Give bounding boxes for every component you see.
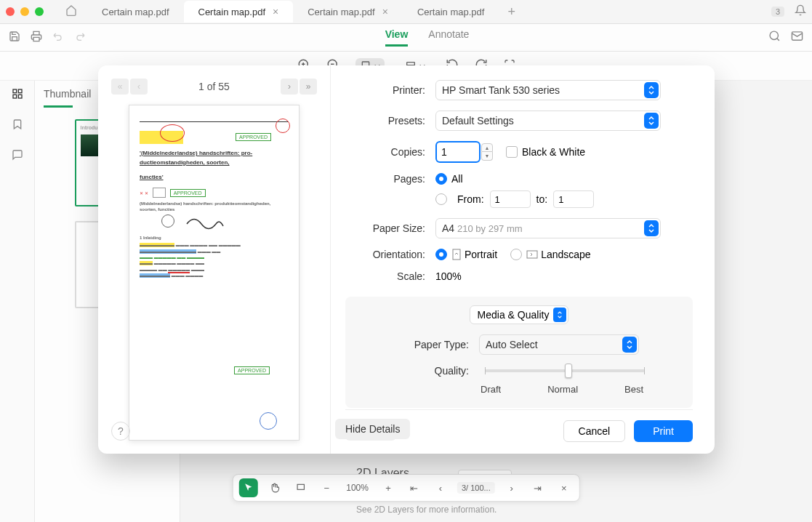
copies-stepper: ▲ ▼ bbox=[481, 143, 493, 161]
comment-icon[interactable] bbox=[12, 149, 23, 164]
chevron-updown-icon bbox=[553, 308, 566, 322]
svg-rect-8 bbox=[13, 95, 17, 98]
copies-input[interactable] bbox=[435, 141, 481, 163]
papersize-select[interactable]: A4 210 by 297 mm bbox=[435, 218, 661, 238]
notification-count[interactable]: 3 bbox=[771, 7, 784, 17]
first-page-button[interactable]: ⇤ bbox=[405, 478, 424, 497]
print-options-panel: Printer: HP Smart Tank 530 series Preset… bbox=[331, 65, 715, 454]
svg-rect-10 bbox=[297, 484, 304, 489]
orientation-label: Orientation: bbox=[345, 249, 425, 260]
tab-label: Certain map.pdf bbox=[198, 7, 266, 17]
pages-label: Pages: bbox=[345, 173, 425, 185]
tab-bar: Certain map.pdf Certain map.pdf× Certain… bbox=[87, 0, 771, 23]
from-input[interactable] bbox=[490, 190, 531, 208]
zoom-level[interactable]: 100% bbox=[343, 483, 371, 493]
close-window-button[interactable] bbox=[6, 7, 15, 16]
landscape-label: Landscape bbox=[541, 249, 591, 260]
print-dialog: « ‹ 1 of 55 › » APPROVED '(Middelnederla… bbox=[98, 65, 715, 454]
svg-rect-11 bbox=[453, 249, 460, 260]
bookmark-icon[interactable] bbox=[12, 119, 23, 133]
bottom-toolbar: − 100% + ⇤ ‹ 3/ 100... › ⇥ × bbox=[232, 474, 579, 502]
bell-icon[interactable] bbox=[795, 4, 806, 19]
stepper-down[interactable]: ▼ bbox=[481, 152, 493, 161]
quality-draft: Draft bbox=[481, 384, 501, 395]
all-label: All bbox=[451, 173, 463, 185]
scale-value: 100% bbox=[435, 270, 462, 282]
print-icon[interactable] bbox=[31, 31, 42, 45]
zoom-in-button[interactable]: + bbox=[379, 478, 398, 497]
portrait-label: Portrait bbox=[465, 249, 497, 260]
landscape-icon bbox=[526, 249, 538, 260]
undo-icon[interactable] bbox=[52, 31, 64, 45]
quality-best: Best bbox=[624, 384, 643, 395]
next-page-icon[interactable]: › bbox=[281, 79, 298, 95]
cancel-button[interactable]: Cancel bbox=[563, 420, 626, 442]
preview-nav: « ‹ 1 of 55 › » bbox=[111, 79, 317, 95]
pages-range-radio[interactable] bbox=[435, 193, 447, 205]
portrait-radio[interactable] bbox=[435, 249, 447, 260]
presets-select[interactable]: Default Settings bbox=[435, 111, 661, 131]
help-button[interactable]: ? bbox=[111, 422, 130, 441]
from-label: From: bbox=[457, 193, 484, 205]
hand-tool[interactable] bbox=[265, 478, 284, 497]
next-page-button[interactable]: › bbox=[502, 478, 521, 497]
prev-page-button[interactable]: ‹ bbox=[431, 478, 450, 497]
bw-label: Black & White bbox=[522, 146, 585, 158]
papertype-label: Paper Type: bbox=[360, 339, 469, 350]
svg-point-0 bbox=[770, 31, 778, 39]
quality-label: Quality: bbox=[360, 365, 469, 377]
tab-label: Certain map.pdf bbox=[307, 7, 375, 17]
last-page-icon[interactable]: » bbox=[300, 79, 317, 95]
papertype-select[interactable]: Auto Select bbox=[479, 334, 639, 355]
layers-info: See 2D Layers for more information. bbox=[356, 505, 497, 515]
maximize-window-button[interactable] bbox=[35, 7, 44, 16]
page-view-dropdown[interactable] bbox=[291, 478, 310, 497]
add-tab-button[interactable]: + bbox=[499, 4, 524, 20]
zoom-out-button[interactable]: − bbox=[317, 478, 336, 497]
hide-details-button[interactable]: Hide Details bbox=[335, 419, 410, 439]
pages-all-radio[interactable] bbox=[435, 173, 447, 185]
printer-select[interactable]: HP Smart Tank 530 series bbox=[435, 80, 661, 100]
print-preview-panel: « ‹ 1 of 55 › » APPROVED '(Middelnederla… bbox=[98, 65, 331, 454]
quality-slider[interactable] bbox=[485, 369, 645, 372]
scale-label: Scale: bbox=[345, 270, 425, 282]
tab-view[interactable]: View bbox=[385, 28, 409, 47]
tab-label: Certain map.pdf bbox=[102, 7, 169, 17]
home-icon[interactable] bbox=[65, 4, 77, 19]
cursor-tool[interactable] bbox=[238, 478, 257, 497]
close-icon[interactable]: × bbox=[382, 6, 388, 17]
close-toolbar-button[interactable]: × bbox=[555, 478, 574, 497]
tab-0[interactable]: Certain map.pdf bbox=[87, 1, 184, 23]
thumbnails-icon[interactable] bbox=[12, 88, 23, 103]
svg-rect-7 bbox=[18, 89, 22, 93]
portrait-icon bbox=[451, 249, 462, 260]
minimize-window-button[interactable] bbox=[20, 7, 29, 16]
tab-3[interactable]: Certain map.pdf bbox=[403, 1, 499, 23]
stepper-up[interactable]: ▲ bbox=[481, 143, 493, 152]
mail-icon[interactable] bbox=[791, 30, 803, 45]
thumbnail-underline bbox=[44, 105, 73, 108]
tab-1[interactable]: Certain map.pdf× bbox=[184, 1, 294, 23]
to-input[interactable] bbox=[553, 190, 594, 208]
bw-checkbox[interactable] bbox=[506, 146, 518, 158]
slider-thumb[interactable] bbox=[565, 364, 572, 378]
tab-2[interactable]: Certain map.pdf× bbox=[293, 1, 403, 23]
chevron-updown-icon bbox=[644, 113, 659, 129]
left-rail bbox=[0, 81, 35, 522]
print-button[interactable]: Print bbox=[634, 420, 693, 442]
last-page-button[interactable]: ⇥ bbox=[528, 478, 547, 497]
svg-rect-9 bbox=[18, 95, 22, 98]
tab-annotate[interactable]: Annotate bbox=[428, 28, 469, 47]
close-icon[interactable]: × bbox=[273, 6, 278, 17]
redo-icon[interactable] bbox=[74, 31, 86, 45]
svg-rect-6 bbox=[13, 89, 17, 93]
presets-label: Presets: bbox=[345, 115, 425, 127]
save-icon[interactable] bbox=[9, 31, 20, 45]
landscape-radio[interactable] bbox=[510, 249, 522, 260]
page-indicator[interactable]: 3/ 100... bbox=[457, 482, 495, 494]
search-icon[interactable] bbox=[768, 30, 781, 45]
section-select[interactable]: Media & Quality bbox=[470, 305, 569, 324]
to-label: to: bbox=[536, 193, 548, 205]
first-page-icon[interactable]: « bbox=[111, 79, 129, 95]
prev-page-icon[interactable]: ‹ bbox=[130, 79, 148, 95]
